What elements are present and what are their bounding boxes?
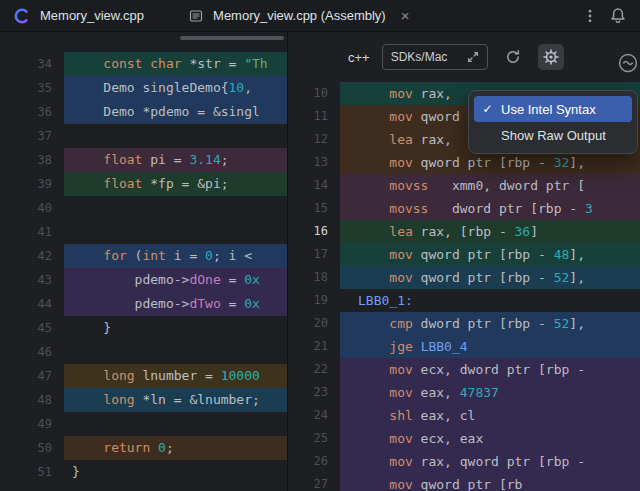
tab-close-icon[interactable]: × — [401, 8, 410, 23]
line-number[interactable]: 47 — [0, 364, 64, 388]
code-token: qword ptr [rbp - — [413, 247, 554, 262]
line-number[interactable]: 51 — [0, 460, 64, 484]
code-line[interactable]: 44 pdemo->dTwo = 0x — [0, 292, 287, 316]
source-editor-pane[interactable]: 34 const char *str = "Th35 Demo singleDe… — [0, 32, 288, 491]
menu-item-use-intel-syntax[interactable]: ✓ Use Intel Syntax — [474, 96, 632, 122]
code-line[interactable]: 13 mov qword ptr [rbp - 32], — [288, 151, 640, 174]
code-token: 0 — [158, 440, 166, 455]
code-line[interactable]: 27 mov qword ptr [rb — [288, 473, 640, 491]
line-number[interactable]: 49 — [0, 412, 64, 436]
line-number[interactable]: 17 — [288, 243, 340, 266]
code-line[interactable]: 35 Demo singleDemo{10, — [0, 76, 287, 100]
line-number[interactable]: 43 — [0, 268, 64, 292]
sdk-selector[interactable]: SDKs/Mac — [382, 44, 488, 70]
settings-gear-button[interactable] — [538, 44, 564, 70]
line-number[interactable]: 40 — [0, 196, 64, 220]
line-number[interactable]: 39 — [0, 172, 64, 196]
code-token: ecx, dword ptr [rbp - — [413, 362, 585, 377]
line-number[interactable]: 11 — [288, 105, 340, 128]
notifications-bell-icon[interactable] — [608, 6, 628, 26]
line-number[interactable]: 14 — [288, 174, 340, 197]
code-line[interactable]: 47 long lnumber = 10000 — [0, 364, 287, 388]
code-token: LBB0_1: — [358, 293, 413, 308]
code-token: lnumber = — [135, 368, 221, 383]
line-number[interactable]: 44 — [0, 292, 64, 316]
annotations-icon[interactable] — [617, 52, 639, 78]
code-line[interactable]: 37 — [0, 124, 287, 148]
code-line[interactable]: 23 mov eax, 47837 — [288, 381, 640, 404]
line-number[interactable]: 12 — [288, 128, 340, 151]
refresh-button[interactable] — [500, 44, 526, 70]
code-line[interactable]: 39 float *fp = &pi; — [0, 172, 287, 196]
line-number[interactable]: 18 — [288, 266, 340, 289]
code-line[interactable]: 51} — [0, 460, 287, 484]
line-number[interactable]: 46 — [0, 340, 64, 364]
code-line[interactable]: 50 return 0; — [0, 436, 287, 460]
line-number[interactable]: 25 — [288, 427, 340, 450]
menu-item-show-raw-output[interactable]: Show Raw Output — [474, 122, 632, 148]
code-line[interactable]: 43 pdemo->dOne = 0x — [0, 268, 287, 292]
line-number[interactable]: 23 — [288, 381, 340, 404]
code-line[interactable]: 21 jge LBB0_4 — [288, 335, 640, 358]
code-line[interactable]: 48 long *ln = &lnumber; — [0, 388, 287, 412]
code-line[interactable]: 26 mov rax, qword ptr [rbp - — [288, 450, 640, 473]
code-line[interactable]: 16 lea rax, [rbp - 36] — [288, 220, 640, 243]
line-number[interactable]: 16 — [288, 220, 340, 243]
code-line[interactable]: 49 — [0, 412, 287, 436]
line-number[interactable]: 42 — [0, 244, 64, 268]
line-number[interactable]: 38 — [0, 148, 64, 172]
code-token: float — [103, 152, 142, 167]
code-line[interactable]: 45 } — [0, 316, 287, 340]
line-number[interactable]: 10 — [288, 82, 340, 105]
horizontal-scrollbar-thumb[interactable] — [180, 36, 284, 40]
line-number[interactable]: 21 — [288, 335, 340, 358]
line-number[interactable]: 26 — [288, 450, 340, 473]
more-options-kebab-icon[interactable] — [580, 6, 600, 26]
code-text: long lnumber = 10000 — [64, 364, 287, 388]
code-text: Demo singleDemo{10, — [64, 76, 287, 100]
line-number[interactable]: 35 — [0, 76, 64, 100]
line-number[interactable]: 37 — [0, 124, 64, 148]
code-line[interactable]: 19LBB0_1: — [288, 289, 640, 312]
code-token: 0 — [205, 248, 213, 263]
tab-memory-view-assembly[interactable]: Memory_view.cpp (Assembly) × — [186, 6, 409, 26]
code-token: qword — [413, 109, 460, 124]
line-number[interactable]: 15 — [288, 197, 340, 220]
line-number[interactable]: 50 — [0, 436, 64, 460]
line-number[interactable]: 34 — [0, 52, 64, 76]
code-line[interactable]: 40 — [0, 196, 287, 220]
code-line[interactable]: 18 mov qword ptr [rbp - 52], — [288, 266, 640, 289]
code-token: ], — [569, 155, 585, 170]
line-number[interactable]: 48 — [0, 388, 64, 412]
code-line[interactable]: 15 movss dword ptr [rbp - 3 — [288, 197, 640, 220]
code-line[interactable]: 17 mov qword ptr [rbp - 48], — [288, 243, 640, 266]
code-token: dOne — [189, 272, 220, 287]
code-line[interactable]: 41 — [0, 220, 287, 244]
code-line[interactable]: 14 movss xmm0, dword ptr [ — [288, 174, 640, 197]
line-number[interactable]: 41 — [0, 220, 64, 244]
code-token: int — [142, 248, 165, 263]
code-line[interactable]: 34 const char *str = "Th — [0, 52, 287, 76]
line-number[interactable]: 27 — [288, 473, 340, 491]
code-line[interactable]: 38 float pi = 3.14; — [0, 148, 287, 172]
code-line[interactable]: 46 — [0, 340, 287, 364]
code-line[interactable]: 20 cmp dword ptr [rbp - 52], — [288, 312, 640, 335]
code-line[interactable]: 42 for (int i = 0; i < — [0, 244, 287, 268]
code-token: const — [103, 56, 142, 71]
code-text — [64, 196, 287, 220]
line-number[interactable]: 36 — [0, 100, 64, 124]
line-number[interactable]: 24 — [288, 404, 340, 427]
expand-icon — [467, 51, 479, 63]
code-line[interactable]: 24 shl eax, cl — [288, 404, 640, 427]
line-number[interactable]: 19 — [288, 289, 340, 312]
code-line[interactable]: 36 Demo *pdemo = &singl — [0, 100, 287, 124]
line-number[interactable]: 45 — [0, 316, 64, 340]
code-text: shl eax, cl — [340, 404, 640, 427]
line-number[interactable]: 20 — [288, 312, 340, 335]
app-logo-icon[interactable] — [12, 6, 32, 26]
line-number[interactable]: 13 — [288, 151, 340, 174]
line-number[interactable]: 22 — [288, 358, 340, 381]
code-line[interactable]: 22 mov ecx, dword ptr [rbp - — [288, 358, 640, 381]
code-line[interactable]: 25 mov ecx, eax — [288, 427, 640, 450]
code-token: rax, [rbp - — [413, 224, 515, 239]
